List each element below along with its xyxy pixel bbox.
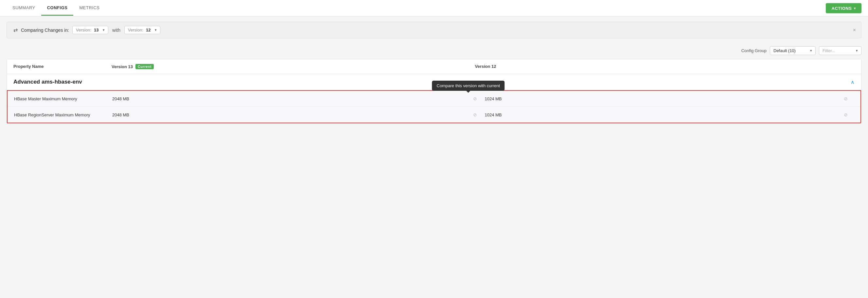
version2-select[interactable]: Version: 12 ▾ [124, 26, 160, 34]
tab-configs[interactable]: CONFIGS [41, 1, 73, 16]
value13-1: 2048 MB [112, 112, 465, 117]
copy-icon-v12-1[interactable]: ⊘ [838, 112, 854, 117]
content-area: Property Name Version 13 Current Version… [6, 59, 862, 124]
comparing-label: Comparing Changes in: [21, 28, 69, 33]
property-name-0: HBase Master Maximum Memory [14, 97, 112, 101]
tab-summary[interactable]: SUMMARY [6, 1, 41, 16]
compare-tooltip: Compare this version with current [432, 81, 505, 91]
filter-placeholder: Filter... [823, 48, 835, 53]
version1-select[interactable]: Version: 13 ▾ [72, 26, 108, 34]
value12-1: 1024 MB [485, 112, 838, 117]
actions-chevron-icon: ▾ [854, 6, 856, 10]
version1-chevron-icon: ▾ [103, 28, 105, 32]
compare-arrows-icon: ⇄ [13, 27, 18, 33]
tab-metrics[interactable]: METRICS [73, 1, 105, 16]
config-toolbar: Config Group Default (10) ▾ Filter... ▾ [0, 44, 868, 59]
current-badge: Current [135, 64, 154, 69]
version13-header-text: Version 13 [112, 64, 133, 69]
table-row: HBase RegionServer Maximum Memory 2048 M… [7, 107, 861, 123]
config-group-select[interactable]: Default (10) ▾ [770, 46, 816, 55]
data-rows-container: HBase Master Maximum Memory 2048 MB ⊘ 10… [7, 90, 861, 123]
col-property-header: Property Name [13, 64, 112, 69]
table-row: HBase Master Maximum Memory 2048 MB ⊘ 10… [7, 91, 861, 107]
filter-chevron-icon: ▾ [856, 49, 858, 53]
page-wrapper: SUMMARY CONFIGS METRICS ACTIONS ▾ ⇄ Comp… [0, 0, 868, 298]
table-header: Property Name Version 13 Current Version… [7, 59, 861, 74]
value12-0: 1024 MB [485, 97, 838, 101]
property-name-1: HBase RegionServer Maximum Memory [14, 112, 112, 117]
col-version13-header: Version 13 Current [112, 64, 475, 69]
col-version12-header: Version 12 [475, 64, 839, 69]
section-title: Advanced ams-hbase-env [13, 79, 82, 85]
config-group-value: Default (10) [773, 48, 796, 53]
actions-label: ACTIONS [832, 6, 852, 10]
with-text: with [112, 28, 120, 33]
tabs-bar: SUMMARY CONFIGS METRICS ACTIONS ▾ [0, 0, 868, 17]
version2-chevron-icon: ▾ [155, 28, 157, 32]
filter-select[interactable]: Filter... ▾ [819, 46, 862, 55]
version1-num: 13 [94, 28, 98, 32]
version2-num: 12 [146, 28, 151, 32]
close-compare-button[interactable]: × [853, 28, 856, 33]
config-group-label: Config Group [741, 48, 767, 53]
copy-icon-v13-1[interactable]: ⊘ [465, 112, 485, 117]
section-collapse-icon[interactable]: ∧ [851, 79, 855, 85]
value13-0: 2048 MB [112, 97, 465, 101]
version2-label: Version: [128, 28, 143, 32]
section-row: Advanced ams-hbase-env Compare this vers… [7, 74, 861, 90]
copy-icon-v12-0[interactable]: ⊘ [838, 96, 854, 101]
actions-button[interactable]: ACTIONS ▾ [826, 3, 862, 13]
version1-label: Version: [76, 28, 91, 32]
copy-icon-v13-0[interactable]: ⊘ [465, 96, 485, 101]
config-group-chevron-icon: ▾ [810, 49, 812, 53]
compare-banner: ⇄ Comparing Changes in: Version: 13 ▾ wi… [6, 22, 862, 38]
